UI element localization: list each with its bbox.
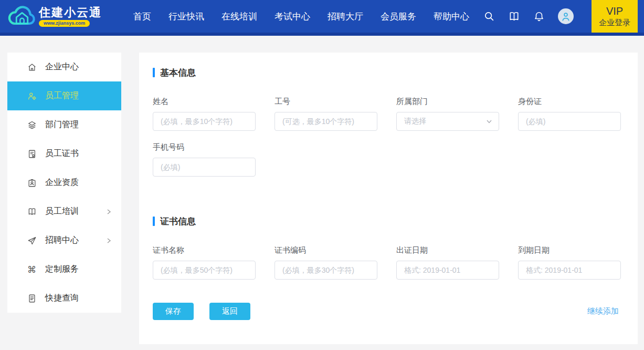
issue-date-input[interactable] (396, 261, 499, 280)
vip-enterprise-login-label: 企业登录 (599, 17, 630, 28)
nav-item-home[interactable]: 首页 (133, 11, 151, 23)
sidebar-item-enterprise-qualification[interactable]: 企业资质 (7, 168, 121, 197)
mobile-input[interactable] (153, 158, 256, 177)
mobile-label: 手机号码 (153, 142, 256, 152)
sidebar-item-department-management[interactable]: 部门管理 (7, 110, 121, 139)
name-input[interactable] (153, 112, 256, 131)
basic-info-row-2: 手机号码 (153, 142, 624, 177)
person-icon (560, 11, 572, 22)
vip-label: VIP (606, 5, 623, 17)
certificate-icon (27, 149, 37, 159)
section-accent-bar (153, 217, 155, 226)
nav-item-industry-news[interactable]: 行业快讯 (168, 11, 204, 23)
open-book-icon[interactable] (508, 11, 520, 23)
sidebar-item-recruitment-center[interactable]: 招聘中心 (7, 226, 121, 255)
layers-icon (27, 120, 37, 130)
certificate-name-input[interactable] (153, 261, 256, 280)
back-button[interactable]: 返回 (209, 303, 250, 320)
logo-cloud-icon (7, 4, 37, 29)
document-icon (27, 294, 37, 303)
search-icon[interactable] (483, 11, 495, 22)
field-name: 姓名 (153, 97, 256, 131)
issue-date-label: 出证日期 (396, 245, 499, 255)
certificate-code-input[interactable] (275, 261, 377, 280)
employee-gear-icon (27, 91, 37, 101)
basic-info-row-1: 姓名 工号 所属部门 请选择 身份证 (153, 97, 624, 131)
top-navbar: 住建小云通 www.zjiansys.com 首页 行业快讯 在线培训 考试中心… (0, 0, 644, 33)
bell-icon[interactable] (533, 11, 545, 22)
navbar-bottom-strip (0, 33, 644, 36)
navbar-icon-group (483, 8, 574, 24)
id-badge-icon (27, 178, 37, 188)
job-number-label: 工号 (275, 97, 377, 106)
paper-plane-icon (27, 236, 37, 245)
field-id-card: 身份证 (518, 97, 621, 131)
sidebar-item-enterprise-center[interactable]: 企业中心 (7, 53, 121, 81)
field-expire-date: 到期日期 (518, 245, 621, 280)
employee-form-panel: 基本信息 姓名 工号 所属部门 请选择 身份证 手机号码 (139, 53, 638, 344)
certificate-name-label: 证书名称 (153, 245, 256, 255)
sidebar-item-employee-management[interactable]: 员工管理 (7, 81, 121, 110)
field-department: 所属部门 请选择 (396, 97, 499, 131)
form-actions: 保存 返回 继续添加 (153, 303, 624, 320)
nav-item-member-services[interactable]: 会员服务 (381, 11, 416, 23)
nav-item-help-center[interactable]: 帮助中心 (434, 11, 469, 23)
chevron-right-icon (105, 238, 112, 244)
sidebar-item-custom-service[interactable]: ⌘ 定制服务 (7, 255, 121, 284)
section-title-basic-info: 基本信息 (153, 67, 624, 78)
field-issue-date: 出证日期 (396, 245, 499, 280)
home-icon (27, 63, 37, 72)
field-mobile: 手机号码 (153, 142, 256, 177)
certificate-code-label: 证书编码 (275, 245, 377, 255)
sidebar-item-quick-query[interactable]: 快捷查询 (7, 284, 121, 313)
id-card-input[interactable] (518, 112, 621, 131)
main-nav: 首页 行业快讯 在线培训 考试中心 招聘大厅 会员服务 帮助中心 (133, 11, 469, 23)
expire-date-label: 到期日期 (518, 245, 621, 255)
expire-date-input[interactable] (518, 261, 621, 280)
nav-item-exam-center[interactable]: 考试中心 (275, 11, 310, 23)
sidebar-item-employee-training[interactable]: 员工培训 (7, 197, 121, 226)
training-book-icon (27, 207, 37, 217)
section-accent-bar (153, 68, 155, 77)
certificate-info-row: 证书名称 证书编码 出证日期 到期日期 (153, 245, 624, 280)
field-job-number: 工号 (275, 97, 377, 131)
department-label: 所属部门 (396, 97, 499, 106)
brand-name: 住建小云通 (39, 6, 102, 19)
save-button[interactable]: 保存 (153, 303, 194, 320)
id-card-label: 身份证 (518, 97, 621, 106)
vip-login-button[interactable]: VIP 企业登录 (592, 0, 638, 33)
section-title-certificate-info: 证书信息 (153, 216, 624, 227)
nav-item-online-training[interactable]: 在线培训 (221, 11, 257, 23)
sidebar-item-employee-certificates[interactable]: 员工证书 (7, 139, 121, 168)
continue-add-link[interactable]: 继续添加 (587, 306, 619, 316)
field-certificate-code: 证书编码 (275, 245, 377, 280)
brand-logo[interactable]: 住建小云通 www.zjiansys.com (7, 4, 125, 29)
nav-item-recruitment-hall[interactable]: 招聘大厅 (328, 11, 363, 23)
command-icon: ⌘ (27, 265, 37, 274)
job-number-input[interactable] (275, 112, 377, 131)
field-certificate-name: 证书名称 (153, 245, 256, 280)
sidebar: 企业中心 员工管理 部门管理 员工证书 (7, 53, 121, 313)
user-avatar[interactable] (558, 8, 574, 24)
brand-domain-badge: www.zjiansys.com (39, 20, 90, 27)
chevron-right-icon (105, 209, 112, 215)
chevron-down-icon (486, 118, 492, 125)
name-label: 姓名 (153, 97, 256, 106)
department-select[interactable]: 请选择 (396, 112, 499, 131)
